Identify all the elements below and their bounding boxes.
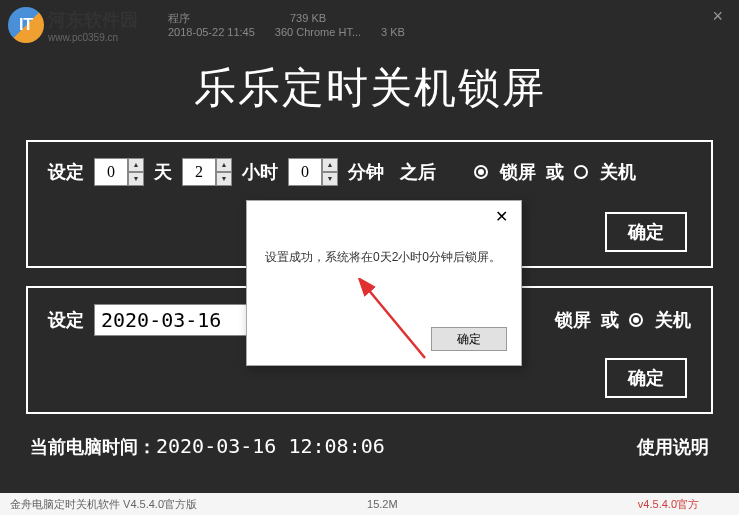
header-file-info: 程序 739 KB 2018-05-22 11:45 360 Chrome HT…: [168, 11, 405, 40]
days-down[interactable]: ▼: [128, 172, 144, 186]
brand-name: 河东软件园: [48, 8, 138, 32]
hours-down[interactable]: ▼: [216, 172, 232, 186]
label-set: 设定: [48, 160, 84, 184]
minutes-up[interactable]: ▲: [322, 158, 338, 172]
close-icon[interactable]: ×: [704, 4, 731, 29]
days-input[interactable]: [94, 158, 128, 186]
minutes-down[interactable]: ▼: [322, 172, 338, 186]
radio-lock[interactable]: [474, 165, 488, 179]
dialog-message: 设置成功，系统将在0天2小时0分钟后锁屏。: [247, 231, 521, 266]
minutes-spinner[interactable]: ▲▼: [288, 158, 338, 186]
minutes-input[interactable]: [288, 158, 322, 186]
footer: 当前电脑时间：2020-03-16 12:08:06 使用说明: [0, 432, 739, 459]
logo-icon: IT: [8, 7, 44, 43]
hours-input[interactable]: [182, 158, 216, 186]
footer-time: 2020-03-16 12:08:06: [156, 434, 385, 458]
titlebar: IT 河东软件园 www.pc0359.cn 程序 739 KB 2018-05…: [0, 0, 739, 50]
label-set2: 设定: [48, 308, 84, 332]
opt-lock2[interactable]: 锁屏: [555, 308, 591, 332]
file-size: 739 KB: [290, 11, 326, 25]
label-or2: 或: [601, 308, 619, 332]
days-up[interactable]: ▲: [128, 158, 144, 172]
dialog-ok-button[interactable]: 确定: [431, 327, 507, 351]
bottom-size: 15.2M: [367, 498, 398, 510]
label-days: 天: [154, 160, 172, 184]
opt-lock[interactable]: 锁屏: [500, 160, 536, 184]
file-type: 程序: [168, 11, 190, 25]
days-spinner[interactable]: ▲▼: [94, 158, 144, 186]
countdown-confirm-button[interactable]: 确定: [605, 212, 687, 252]
label-after: 之后: [400, 160, 436, 184]
brand-url: www.pc0359.cn: [48, 32, 138, 43]
dialog-close-icon[interactable]: ✕: [481, 207, 521, 226]
label-minutes: 分钟: [348, 160, 384, 184]
bottom-strip: 金舟电脑定时关机软件 V4.5.4.0官方版 15.2M v4.5.4.0官方: [0, 493, 739, 515]
opt-shutdown2[interactable]: 关机: [655, 308, 691, 332]
watermark-logo: IT 河东软件园 www.pc0359.cn: [8, 7, 138, 43]
label-hours: 小时: [242, 160, 278, 184]
label-or: 或: [546, 160, 564, 184]
dialog-titlebar: ✕: [247, 201, 521, 231]
bottom-version: v4.5.4.0官方: [638, 497, 699, 512]
help-link[interactable]: 使用说明: [637, 435, 709, 459]
app-title: 乐乐定时关机锁屏: [0, 50, 739, 140]
opt-shutdown[interactable]: 关机: [600, 160, 636, 184]
radio-shutdown2[interactable]: [629, 313, 643, 327]
bottom-text: 金舟电脑定时关机软件 V4.5.4.0官方版: [10, 497, 197, 512]
hours-spinner[interactable]: ▲▼: [182, 158, 232, 186]
hours-up[interactable]: ▲: [216, 158, 232, 172]
footer-label: 当前电脑时间：: [30, 437, 156, 457]
file-size2: 3 KB: [381, 25, 405, 39]
success-dialog: ✕ 设置成功，系统将在0天2小时0分钟后锁屏。 确定: [246, 200, 522, 366]
file-date: 2018-05-22 11:45: [168, 25, 255, 39]
radio-shutdown[interactable]: [574, 165, 588, 179]
file-name: 360 Chrome HT...: [275, 25, 361, 39]
datetime-confirm-button[interactable]: 确定: [605, 358, 687, 398]
